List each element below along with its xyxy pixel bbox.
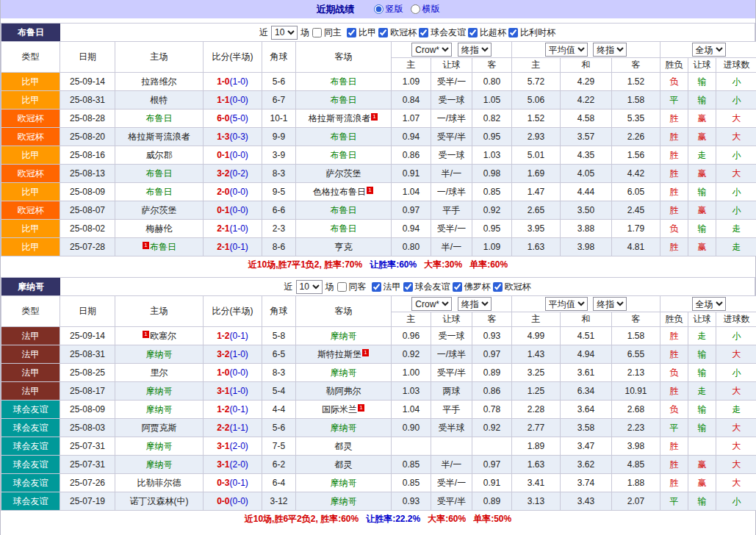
odds-source-select[interactable]: Crow* (411, 297, 452, 311)
team-name-link[interactable]: 布鲁日 (146, 187, 173, 197)
team-name-link[interactable]: 威尔郡 (146, 150, 173, 160)
layout-option-1[interactable]: 横版 (411, 3, 440, 15)
league-checkbox[interactable] (403, 282, 413, 292)
layout-option-0[interactable]: 竖版 (374, 3, 403, 15)
team-name-link[interactable]: 阿贾克斯 (142, 423, 177, 433)
league-checkbox[interactable] (493, 282, 503, 292)
team-name-link[interactable]: 萨尔茨堡 (326, 168, 361, 179)
avg-type-select[interactable]: 终指 (593, 297, 627, 311)
team-name-link[interactable]: 布鲁日 (331, 205, 357, 215)
league-checkbox[interactable] (372, 282, 381, 292)
team-name-link[interactable]: 比勒菲尔德 (137, 478, 181, 488)
team-name-link[interactable]: 里尔 (151, 367, 168, 378)
team-name-link[interactable]: 布鲁日 (146, 113, 173, 123)
league-checkbox[interactable] (378, 28, 388, 37)
match-count-select[interactable]: 10 (296, 280, 323, 294)
odds-type-select[interactable]: 终指 (458, 297, 492, 311)
team-name-link[interactable]: 亨克 (335, 242, 353, 252)
odds-cell-2: 1.03 (472, 146, 512, 165)
same-venue-filter[interactable]: 同客 (337, 281, 367, 293)
league-filter-3[interactable]: 欧冠杯 (493, 281, 531, 293)
team-name-link[interactable]: 摩纳哥 (331, 367, 357, 378)
full-score: 1-2 (217, 331, 229, 341)
team-name-link[interactable]: 格拉斯哥流浪者 (129, 132, 190, 142)
team-name-link[interactable]: 摩纳哥 (146, 404, 173, 414)
same-venue-checkbox[interactable] (337, 282, 347, 292)
league-filter-0[interactable]: 比甲 (347, 26, 376, 39)
team-name-link[interactable]: 布鲁日 (331, 76, 357, 87)
team-name-link[interactable]: 布鲁日 (150, 242, 176, 252)
league-checkbox[interactable] (453, 282, 462, 292)
match-row: 球会友谊25-07-19诺丁汉森林(中)0-0(0-0)3-12摩纳哥0.93受… (1, 492, 756, 511)
team-name-link[interactable]: 都灵 (335, 441, 353, 451)
team-name-link[interactable]: 摩纳哥 (331, 478, 357, 488)
team-name-link[interactable]: 布鲁日 (146, 168, 173, 179)
odds-cell-2: 0.95 (472, 220, 512, 238)
same-venue-filter[interactable]: 同主 (312, 26, 342, 39)
league-filter-2[interactable]: 佛罗杯 (453, 281, 491, 293)
league-type-cell: 欧冠杯 (1, 201, 60, 220)
team-name-link[interactable]: 拉路维尔 (142, 76, 177, 87)
scope-select[interactable]: 全场 (692, 43, 726, 57)
team-name-link[interactable]: 布鲁日 (331, 95, 357, 105)
team-name-link[interactable]: 摩纳哥 (146, 441, 173, 451)
team-name-link[interactable]: 欧塞尔 (150, 331, 176, 341)
avg-type-select[interactable]: 终指 (593, 43, 627, 57)
odds-cell-2: 0.97 (472, 456, 512, 474)
matches-table: 类型 日期 主场 比分(半场) 角球 客场 Crow* 终指 平均值 终指 (1, 41, 756, 256)
team-name-link[interactable]: 摩纳哥 (146, 459, 173, 470)
team-name-link[interactable]: 国际米兰 (322, 404, 357, 414)
league-filter-2[interactable]: 球会友谊 (419, 26, 466, 39)
summary-segment: 大率:60% (428, 514, 466, 524)
team-name-link[interactable]: 斯特拉斯堡 (317, 349, 361, 359)
odds-cell-2: 1.09 (472, 238, 512, 256)
corners-cell: 4-4 (262, 401, 296, 419)
away-team-cell: 格拉斯哥流浪者1 (296, 109, 392, 128)
league-filter-1[interactable]: 欧冠杯 (378, 26, 417, 39)
team-name-link[interactable]: 摩纳哥 (331, 496, 357, 506)
away-team-cell: 布鲁日 (296, 73, 392, 91)
team-name-link[interactable]: 摩纳哥 (331, 331, 357, 341)
team-name-link[interactable]: 摩纳哥 (146, 349, 173, 359)
league-checkbox[interactable] (419, 28, 428, 37)
match-count-select[interactable]: 10 (271, 26, 298, 40)
team-name-link[interactable]: 诺丁汉森林(中) (130, 496, 189, 506)
league-checkbox[interactable] (347, 28, 356, 37)
summary-segment: 近10场,胜7平1负2, 胜率:70% (248, 259, 362, 270)
handicap-result-cell: 输 (688, 492, 716, 511)
scope-select[interactable]: 全场 (692, 297, 726, 311)
odds-source-select[interactable]: Crow* (411, 43, 452, 57)
rank-badge: 1 (143, 242, 149, 249)
team-name-link[interactable]: 色格拉布鲁日 (313, 187, 366, 197)
avg-select[interactable]: 平均值 (545, 43, 588, 57)
team-name-link[interactable]: 都灵 (335, 459, 353, 470)
team-name-link[interactable]: 格拉斯哥流浪者 (309, 113, 370, 123)
team-name-link[interactable]: 摩纳哥 (146, 386, 173, 396)
odds-type-select[interactable]: 终指 (458, 43, 492, 57)
team-name-link[interactable]: 布鲁日 (331, 150, 357, 160)
team-name-link[interactable]: 布鲁日 (331, 223, 357, 234)
avg-cell-1: 4.29 (561, 73, 612, 91)
same-venue-checkbox[interactable] (312, 28, 322, 37)
avg-select[interactable]: 平均值 (545, 297, 588, 311)
team-name-link[interactable]: 摩纳哥 (331, 423, 357, 433)
team-name-link[interactable]: 根特 (151, 95, 168, 105)
team-name-link[interactable]: 勒阿弗尔 (326, 386, 361, 396)
odds-cell-1: 受半/一 (431, 73, 472, 91)
team-name-link[interactable]: 梅赫伦 (146, 223, 173, 234)
team-name-link[interactable]: 萨尔茨堡 (142, 205, 177, 215)
odds-cell-1: 半/一 (431, 238, 472, 256)
league-checkbox[interactable] (468, 28, 478, 37)
league-filter-3[interactable]: 比超杯 (468, 26, 506, 39)
league-filter-0[interactable]: 法甲 (372, 281, 401, 293)
full-score: 1-1 (217, 95, 229, 105)
same-venue-label: 同主 (324, 26, 342, 39)
league-filter-4[interactable]: 比利时杯 (508, 26, 555, 39)
league-checkbox[interactable] (508, 28, 518, 37)
league-filter-1[interactable]: 球会友谊 (403, 281, 450, 293)
result-cell: 负 (660, 401, 688, 419)
team-name-link[interactable]: 布鲁日 (331, 132, 357, 142)
layout-radio[interactable] (411, 4, 420, 14)
layout-radio[interactable] (374, 4, 384, 14)
away-team-cell: 摩纳哥 (296, 327, 392, 345)
